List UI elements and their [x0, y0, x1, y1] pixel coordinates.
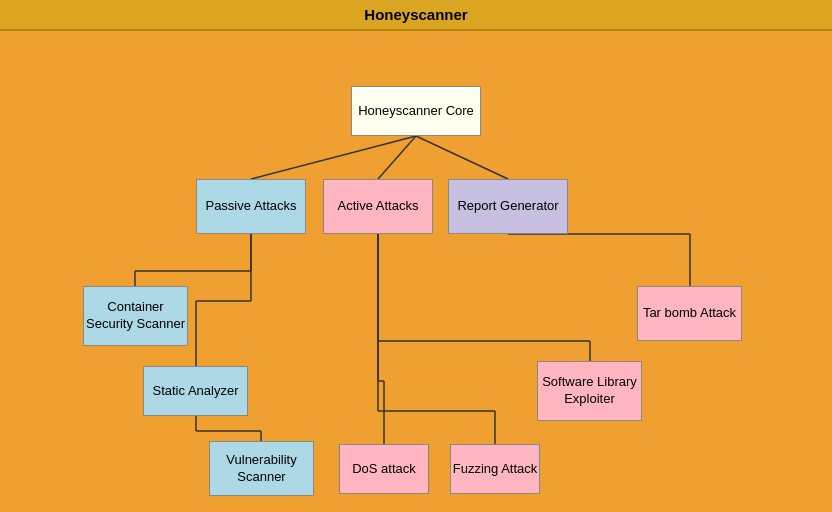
node-core: Honeyscanner Core — [351, 86, 481, 136]
node-active: Active Attacks — [323, 179, 433, 234]
node-fuzzing: Fuzzing Attack — [450, 444, 540, 494]
diagram-area: Honeyscanner Core Passive Attacks Active… — [0, 31, 832, 512]
node-software: Software Library Exploiter — [537, 361, 642, 421]
svg-line-2 — [416, 136, 508, 179]
node-container: Container Security Scanner — [83, 286, 188, 346]
node-tarbomb: Tar bomb Attack — [637, 286, 742, 341]
node-vuln: Vulnerability Scanner — [209, 441, 314, 496]
app-title: Honeyscanner — [0, 0, 832, 31]
svg-line-0 — [251, 136, 416, 179]
node-passive: Passive Attacks — [196, 179, 306, 234]
node-dos: DoS attack — [339, 444, 429, 494]
node-report: Report Generator — [448, 179, 568, 234]
node-static: Static Analyzer — [143, 366, 248, 416]
svg-line-1 — [378, 136, 416, 179]
